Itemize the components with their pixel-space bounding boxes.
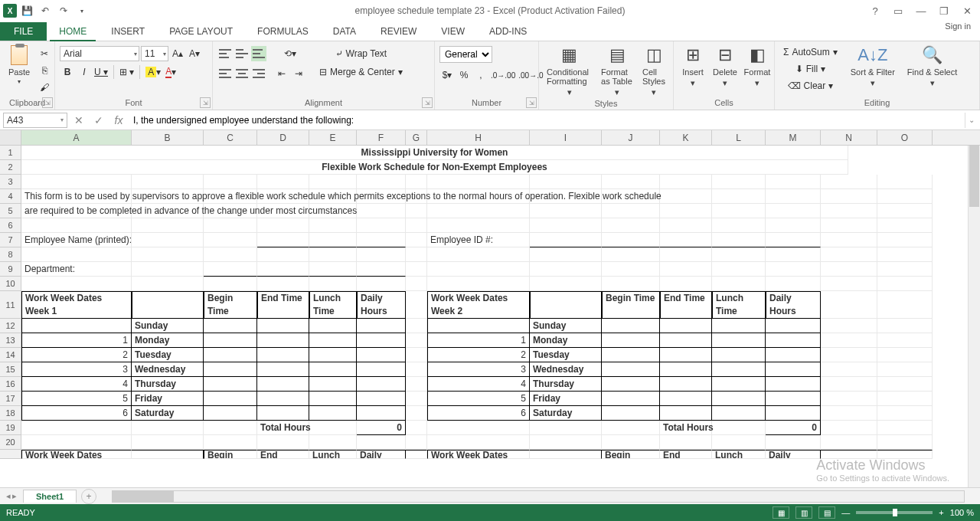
format-cells-button[interactable]: ◧Format▾ — [743, 43, 772, 90]
cell[interactable] — [712, 319, 766, 333]
cell[interactable] — [132, 218, 204, 233]
row-header[interactable]: 2 — [0, 160, 21, 175]
cell[interactable] — [204, 333, 257, 348]
cell[interactable]: Mississippi University for Women — [21, 146, 848, 160]
column-header-K[interactable]: K — [660, 130, 712, 145]
cell[interactable] — [821, 218, 877, 233]
bold-button[interactable]: B — [60, 64, 75, 80]
cell[interactable] — [712, 175, 766, 189]
tab-formulas[interactable]: FORMULAS — [245, 22, 321, 41]
align-center-icon[interactable] — [234, 66, 250, 81]
percent-format-icon[interactable]: % — [456, 67, 472, 83]
column-header-M[interactable]: M — [766, 130, 821, 145]
cell[interactable] — [257, 247, 309, 262]
cell[interactable] — [357, 218, 406, 233]
cell[interactable]: 0 — [357, 421, 406, 435]
cell[interactable] — [309, 233, 357, 247]
cell[interactable] — [530, 291, 602, 319]
cell[interactable] — [257, 362, 309, 377]
cell[interactable] — [602, 175, 660, 189]
cell[interactable] — [821, 333, 877, 348]
cell[interactable] — [204, 277, 257, 291]
conditional-formatting-button[interactable]: ▦Conditional Formatting▾ — [544, 43, 595, 99]
column-header-F[interactable]: F — [357, 130, 406, 145]
align-left-icon[interactable] — [217, 66, 233, 81]
cell[interactable] — [406, 435, 427, 450]
normal-view-icon[interactable]: ▦ — [773, 506, 789, 519]
cell[interactable] — [204, 392, 257, 406]
cell[interactable] — [821, 319, 877, 333]
cell[interactable] — [257, 277, 309, 291]
cell[interactable]: Daily Hours — [766, 291, 821, 319]
delete-cells-button[interactable]: ⊟Delete▾ — [710, 43, 740, 90]
cell[interactable] — [257, 406, 309, 421]
row-header[interactable]: 20 — [0, 435, 21, 450]
number-format-combo[interactable]: General — [439, 46, 492, 63]
cell[interactable] — [406, 175, 427, 189]
column-header-H[interactable]: H — [427, 130, 530, 145]
cell[interactable] — [530, 262, 602, 277]
cell[interactable] — [309, 348, 357, 362]
font-color-icon[interactable]: A▾ — [163, 64, 178, 80]
cell[interactable] — [821, 392, 877, 406]
cell[interactable] — [309, 218, 357, 233]
cell[interactable] — [21, 319, 132, 333]
column-header-B[interactable]: B — [132, 130, 204, 145]
cell[interactable] — [766, 277, 821, 291]
cell[interactable] — [877, 450, 933, 459]
cell[interactable] — [766, 435, 821, 450]
cell-styles-button[interactable]: ◫Cell Styles▾ — [639, 43, 668, 99]
row-header[interactable]: 9 — [0, 262, 21, 277]
minimize-icon[interactable]: — — [911, 3, 931, 18]
cell[interactable] — [766, 348, 821, 362]
column-header-L[interactable]: L — [712, 130, 766, 145]
cell[interactable] — [712, 277, 766, 291]
cell[interactable]: Monday — [132, 333, 204, 348]
font-launcher-icon[interactable]: ⇲ — [200, 97, 211, 108]
clipboard-launcher-icon[interactable]: ⇲ — [42, 97, 53, 108]
cell[interactable]: Total Hours — [257, 421, 309, 435]
cell[interactable] — [406, 348, 427, 362]
cell[interactable] — [257, 435, 309, 450]
cell[interactable]: Work Week Dates — [427, 450, 530, 459]
font-name-combo[interactable]: Arial▾ — [60, 46, 139, 61]
cell[interactable] — [406, 421, 427, 435]
cell[interactable] — [257, 218, 309, 233]
cell[interactable]: Sunday — [132, 319, 204, 333]
cell[interactable] — [530, 218, 602, 233]
name-box[interactable]: A43▾ — [3, 113, 67, 128]
cell[interactable] — [766, 233, 821, 247]
cell[interactable] — [427, 421, 530, 435]
cell[interactable] — [602, 406, 660, 421]
cell[interactable]: Work Week Dates Week 1 — [21, 291, 132, 319]
cell[interactable] — [257, 262, 309, 277]
cell[interactable]: 6 — [427, 406, 530, 421]
cell[interactable] — [257, 392, 309, 406]
cell[interactable] — [660, 319, 712, 333]
cell[interactable] — [132, 175, 204, 189]
cell[interactable] — [712, 262, 766, 277]
cell[interactable] — [712, 218, 766, 233]
cell[interactable] — [406, 392, 427, 406]
cell[interactable]: Saturday — [132, 406, 204, 421]
cell[interactable] — [257, 319, 309, 333]
sheet-tab-sheet1[interactable]: Sheet1 — [23, 490, 77, 503]
cell[interactable] — [132, 435, 204, 450]
cell[interactable] — [309, 377, 357, 392]
tab-review[interactable]: REVIEW — [368, 22, 429, 41]
cell[interactable] — [821, 421, 877, 435]
cell[interactable]: 0 — [766, 421, 821, 435]
cell[interactable] — [766, 218, 821, 233]
cell[interactable] — [21, 277, 132, 291]
insert-function-icon[interactable]: fx — [110, 113, 127, 128]
cell[interactable]: Friday — [132, 392, 204, 406]
cell[interactable] — [357, 277, 406, 291]
alignment-launcher-icon[interactable]: ⇲ — [422, 97, 433, 108]
cell[interactable]: 5 — [21, 392, 132, 406]
cell[interactable]: Tuesday — [132, 348, 204, 362]
cell[interactable] — [877, 291, 933, 319]
cell[interactable]: End — [660, 450, 712, 459]
wrap-text-button[interactable]: ⤶ Wrap Text — [314, 46, 408, 61]
align-right-icon[interactable] — [251, 66, 266, 81]
cell[interactable]: Thursday — [530, 377, 602, 392]
